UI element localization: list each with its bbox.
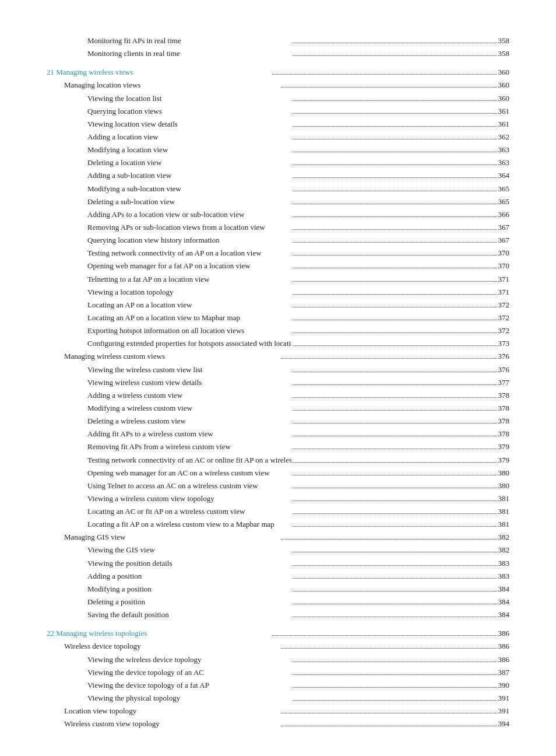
- list-item: Deleting a location view363: [47, 157, 509, 169]
- toc-entry: Managing location views360: [47, 79, 509, 91]
- list-item: Modifying a sub-location view365: [47, 183, 509, 195]
- entry-page: 361: [498, 118, 510, 130]
- entry-text: Querying location views: [47, 106, 291, 117]
- entry-page: 382: [498, 544, 510, 556]
- entry-page: 378: [498, 428, 510, 440]
- list-item: Location view topology391: [47, 705, 509, 717]
- list-item: Viewing wireless custom view details377: [47, 377, 509, 388]
- page-footer: x: [47, 753, 509, 756]
- toc-entry: Modifying a wireless custom view378: [47, 402, 509, 414]
- entry-text: Locating a fit AP on a wireless custom v…: [47, 519, 291, 530]
- toc-entry: Adding a wireless custom view378: [47, 390, 509, 401]
- toc-entry: 21 Managing wireless views360: [47, 66, 509, 78]
- list-item: Wireless device topology386: [47, 640, 509, 652]
- entry-text: Adding APs to a location view or sub-loc…: [47, 209, 291, 220]
- toc-entry: Adding a location view362: [47, 131, 509, 143]
- toc-entry: Adding a position383: [47, 570, 509, 582]
- list-item: Locating an AC or fit AP on a wireless c…: [47, 506, 509, 517]
- list-item: Exporting hotspot information on all loc…: [47, 325, 509, 337]
- toc-entry: 22 Managing wireless topologies386: [47, 628, 509, 639]
- entry-page: 382: [498, 531, 510, 543]
- entry-page: 386: [498, 640, 510, 652]
- entry-text: Viewing the wireless device topology: [47, 654, 291, 666]
- entry-text: Monitoring clients in real time: [47, 48, 291, 60]
- entry-dots: [281, 726, 497, 726]
- entry-text: Adding a position: [47, 570, 291, 582]
- entry-dots: [293, 488, 497, 488]
- entry-dots: [293, 687, 497, 688]
- list-item: Deleting a sub-location view365: [47, 196, 509, 208]
- entry-page: 378: [498, 415, 510, 427]
- entry-page: 381: [498, 506, 510, 517]
- entry-page: 365: [498, 183, 510, 195]
- toc-entry: Opening web manager for a fat AP on a lo…: [47, 260, 509, 272]
- toc-entry: Viewing location view details361: [47, 118, 509, 130]
- list-item: Wireless custom view topology394: [47, 718, 509, 730]
- entry-dots: [281, 713, 497, 713]
- toc-entry: Managing GIS view382: [47, 531, 509, 543]
- entry-text: Adding a location view: [47, 131, 291, 143]
- toc-entry: Monitoring clients in real time358: [47, 48, 509, 60]
- list-item: Deleting a wireless custom view378: [47, 415, 509, 427]
- entry-text: Querying location view history informati…: [47, 235, 291, 246]
- entry-page: 391: [498, 692, 510, 704]
- toc-entry: Adding fit APs to a wireless custom view…: [47, 428, 509, 440]
- entry-page: 394: [498, 718, 510, 730]
- entry-text: Monitoring fit APs in real time: [47, 35, 291, 47]
- toc-entry: Testing network connectivity of an AC or…: [47, 454, 509, 466]
- entry-text: Modifying a position: [47, 583, 291, 595]
- toc-entry: Modifying a location view363: [47, 144, 509, 156]
- toc-entry: Viewing the wireless custom view list376: [47, 364, 509, 376]
- entry-dots: [293, 332, 497, 333]
- toc-entry: Managing wireless custom views376: [47, 351, 509, 362]
- entry-text: Deleting a position: [47, 596, 291, 608]
- list-item: Adding a sub-location view364: [47, 170, 509, 181]
- entry-dots: [281, 539, 497, 540]
- entry-page: 363: [498, 144, 510, 156]
- entry-page: 378: [498, 402, 510, 414]
- toc-entry: Exporting hotspot information on all loc…: [47, 325, 509, 337]
- toc-entry: Wireless device topology386: [47, 640, 509, 652]
- entry-dots: [293, 617, 497, 617]
- entry-text: Modifying a location view: [47, 144, 291, 156]
- list-item: Testing network connectivity of an AC or…: [47, 454, 509, 466]
- list-item: Modifying a position384: [47, 583, 509, 595]
- entry-text: Wireless custom view topology: [47, 718, 280, 730]
- list-item: 21 Managing wireless views360: [47, 66, 509, 78]
- entry-page: 361: [498, 106, 510, 117]
- entry-dots: [293, 384, 497, 385]
- entry-page: 360: [498, 93, 510, 104]
- entry-page: 371: [498, 274, 510, 285]
- toc-entry: Viewing the GIS view382: [47, 544, 509, 556]
- list-item: Viewing location view details361: [47, 118, 509, 130]
- list-item: Telnetting to a fat AP on a location vie…: [47, 274, 509, 285]
- list-item: Deleting a position384: [47, 596, 509, 608]
- entry-page: 362: [498, 131, 510, 143]
- toc-entry: Viewing the position details383: [47, 558, 509, 569]
- entry-page: 376: [498, 351, 510, 362]
- entry-page: 360: [498, 79, 510, 91]
- entry-dots: [272, 635, 497, 636]
- entry-page: 379: [498, 454, 510, 466]
- entry-dots: [281, 87, 497, 88]
- entry-dots: [293, 397, 497, 398]
- toc-entry: Removing APs or sub-location views from …: [47, 222, 509, 233]
- entry-page: 383: [498, 570, 510, 582]
- entry-dots: [293, 55, 497, 56]
- list-item: Querying location view history informati…: [47, 235, 509, 246]
- entry-page: 358: [498, 48, 510, 60]
- entry-page: 386: [498, 628, 510, 639]
- entry-page: 380: [498, 467, 510, 479]
- entry-page: 378: [498, 390, 510, 401]
- entry-page: 360: [498, 66, 510, 78]
- entry-dots: [293, 475, 497, 475]
- toc-entry: Locating an AP on a location view to Map…: [47, 312, 509, 324]
- toc-entry: Saving the default position384: [47, 609, 509, 621]
- entry-dots: [293, 255, 497, 256]
- entry-text: Saving the default position: [47, 609, 291, 621]
- entry-text: Deleting a sub-location view: [47, 196, 291, 208]
- entry-page: 373: [498, 338, 510, 349]
- entry-text: Removing APs or sub-location views from …: [47, 222, 291, 233]
- list-item: Viewing the physical topology391: [47, 692, 509, 704]
- entry-dots: [293, 552, 497, 552]
